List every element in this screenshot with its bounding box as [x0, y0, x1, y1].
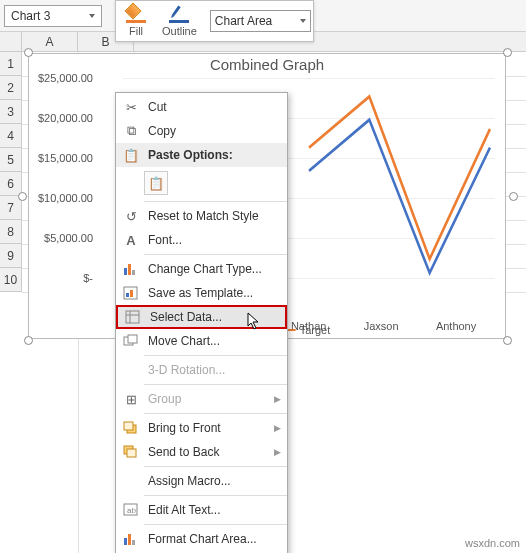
y-tick: $25,000.00 [31, 72, 93, 84]
fill-button[interactable]: Fill [118, 3, 154, 39]
select-data-icon [122, 308, 144, 326]
ctx-label: Send to Back [148, 445, 219, 459]
watermark-text: wsxdn.com [465, 537, 520, 549]
y-tick: $- [31, 272, 93, 284]
ctx-bring-front[interactable]: Bring to Front ▶ [116, 416, 287, 440]
y-tick: $20,000.00 [31, 112, 93, 124]
row-header[interactable]: 10 [0, 268, 22, 292]
line-series-target [309, 97, 490, 259]
svg-rect-12 [124, 422, 133, 430]
name-box-text: Chart 3 [11, 9, 50, 23]
ctx-label: Change Chart Type... [148, 262, 262, 276]
separator [144, 524, 287, 525]
ctx-label: Cut [148, 100, 167, 114]
y-axis: $25,000.00 $20,000.00 $15,000.00 $10,000… [31, 78, 93, 310]
pen-icon [169, 5, 189, 23]
font-icon: A [120, 231, 142, 249]
ctx-send-back[interactable]: Send to Back ▶ [116, 440, 287, 464]
ctx-label: Reset to Match Style [148, 209, 259, 223]
select-all-corner[interactable] [0, 32, 22, 51]
svg-rect-1 [128, 264, 131, 275]
resize-handle[interactable] [509, 192, 518, 201]
ctx-label: Group [148, 392, 181, 406]
resize-handle[interactable] [18, 192, 27, 201]
ctx-label: Copy [148, 124, 176, 138]
ctx-paste-header: 📋 Paste Options: [116, 143, 287, 167]
ctx-label: Bring to Front [148, 421, 221, 435]
svg-rect-10 [128, 335, 137, 343]
name-box[interactable]: Chart 3 [4, 5, 102, 27]
y-tick: $5,000.00 [31, 232, 93, 244]
alt-text-icon: ab [120, 501, 142, 519]
ctx-label: Edit Alt Text... [148, 503, 220, 517]
separator [144, 413, 287, 414]
rotation-icon [120, 361, 142, 379]
separator [144, 466, 287, 467]
submenu-arrow-icon: ▶ [274, 447, 281, 457]
mini-format-toolbar: Fill Outline Chart Area [115, 0, 314, 42]
ctx-label: Assign Macro... [148, 474, 231, 488]
row-header[interactable]: 8 [0, 220, 22, 244]
ctx-label: Format Chart Area... [148, 532, 257, 546]
separator [144, 201, 287, 202]
row-header[interactable]: 1 [0, 52, 22, 76]
row-header[interactable]: 9 [0, 244, 22, 268]
row-header[interactable]: 5 [0, 148, 22, 172]
svg-rect-4 [126, 293, 129, 297]
row-header[interactable]: 2 [0, 76, 22, 100]
ctx-assign-macro[interactable]: Assign Macro... [116, 469, 287, 493]
svg-text:ab: ab [127, 506, 136, 515]
resize-handle[interactable] [24, 336, 33, 345]
svg-rect-2 [132, 270, 135, 275]
row-header[interactable]: 3 [0, 100, 22, 124]
svg-rect-5 [130, 290, 133, 297]
group-icon: ⊞ [120, 390, 142, 408]
ctx-font[interactable]: A Font... [116, 228, 287, 252]
chart-type-icon [120, 260, 142, 278]
ctx-change-chart-type[interactable]: Change Chart Type... [116, 257, 287, 281]
resize-handle[interactable] [24, 48, 33, 57]
cursor-arrow-icon [247, 312, 261, 332]
ctx-label: Paste Options: [148, 148, 233, 162]
ctx-edit-alt-text[interactable]: ab Edit Alt Text... [116, 498, 287, 522]
svg-rect-0 [124, 268, 127, 275]
svg-rect-17 [124, 538, 127, 545]
submenu-arrow-icon: ▶ [274, 423, 281, 433]
row-headers: 1 2 3 4 5 6 7 8 9 10 [0, 52, 22, 292]
fill-label: Fill [129, 25, 143, 37]
ctx-cut[interactable]: ✂ Cut [116, 95, 287, 119]
outline-label: Outline [162, 25, 197, 37]
chart-context-menu: ✂ Cut ⧉ Copy 📋 Paste Options: 📋 ↺ Reset … [115, 92, 288, 553]
y-tick: $10,000.00 [31, 192, 93, 204]
outline-button[interactable]: Outline [154, 3, 205, 39]
svg-rect-18 [128, 534, 131, 545]
clipboard-icon: 📋 [120, 146, 142, 164]
line-series-1 [309, 120, 490, 273]
format-area-icon [120, 530, 142, 548]
svg-rect-6 [126, 311, 139, 323]
ctx-move-chart[interactable]: Move Chart... [116, 329, 287, 353]
svg-rect-14 [127, 449, 136, 457]
chart-element-selector[interactable]: Chart Area [210, 10, 311, 32]
paste-options-row: 📋 [116, 167, 287, 199]
resize-handle[interactable] [503, 48, 512, 57]
ctx-save-template[interactable]: Save as Template... [116, 281, 287, 305]
separator [144, 384, 287, 385]
row-header[interactable]: 4 [0, 124, 22, 148]
ctx-label: 3-D Rotation... [148, 363, 225, 377]
ctx-label: Save as Template... [148, 286, 253, 300]
ctx-format-chart-area[interactable]: Format Chart Area... [116, 527, 287, 551]
ctx-select-data[interactable]: Select Data... [116, 305, 287, 329]
paste-option-button[interactable]: 📋 [144, 171, 168, 195]
chevron-down-icon [89, 14, 95, 18]
send-back-icon [120, 443, 142, 461]
ctx-reset-style[interactable]: ↺ Reset to Match Style [116, 204, 287, 228]
ctx-label: Font... [148, 233, 182, 247]
save-template-icon [120, 284, 142, 302]
clipboard-icon: 📋 [148, 176, 164, 191]
resize-handle[interactable] [503, 336, 512, 345]
ctx-copy[interactable]: ⧉ Copy [116, 119, 287, 143]
chevron-down-icon [300, 19, 306, 23]
reset-icon: ↺ [120, 207, 142, 225]
chart-title[interactable]: Combined Graph [29, 56, 505, 73]
